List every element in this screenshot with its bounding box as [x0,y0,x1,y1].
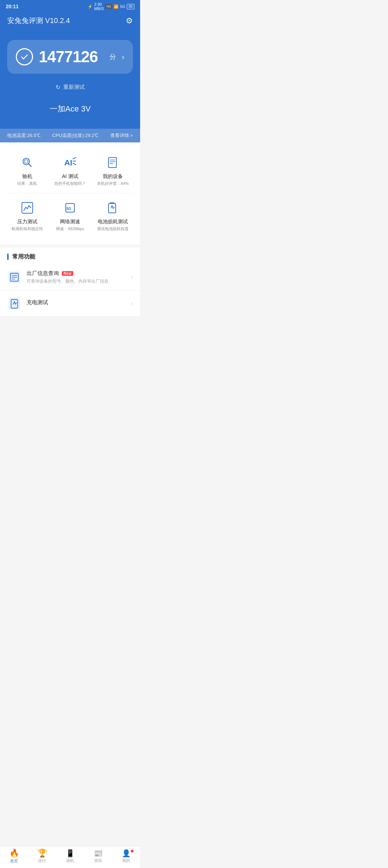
check-circle-icon [16,48,33,65]
device-name-label: 我的设备 [103,173,123,180]
svg-rect-14 [108,204,116,213]
status-bar: 20:11 ⚡ 2.90MB/S HD 📶 5G 89 [0,0,140,12]
network-icon: 5G [62,200,78,216]
device-sub: 本机好评度：84% [97,181,129,186]
charging-icon [7,296,22,311]
features-grid-2: 压力测试 检测耗电和稳定性 5G 网络测速 网速：482Mbps [6,195,134,237]
feature-verify[interactable]: 验机 结果：真机 [6,150,48,192]
factory-info-sub: 可查询设备的型号、颜色、内存等出厂信息 [27,278,126,284]
svg-line-6 [73,163,76,165]
list-item-factory[interactable]: 出厂信息查询 New 可查询设备的型号、颜色、内存等出厂信息 › [0,264,140,291]
list-item-charging[interactable]: 充电测试 › [0,291,140,317]
device-icon [105,155,121,170]
factory-info-content: 出厂信息查询 New 可查询设备的型号、颜色、内存等出厂信息 [27,270,126,284]
feature-battery[interactable]: 电池损耗测试 测试电池损耗程度 [92,195,134,237]
temp-detail-link[interactable]: 查看详情 > [110,132,133,139]
temp-bar: 电池温度:26.5℃ CPU温度(估算):29.2℃ 查看详情 > [0,129,140,142]
stress-sub: 检测耗电和稳定性 [11,226,43,231]
status-icons: ⚡ 2.90MB/S HD 📶 5G 89 [88,2,134,11]
device-name: 一加Ace 3V [50,104,91,114]
battery-icon: 89 [127,4,134,9]
ai-name: AI 测试 [62,173,78,180]
feature-divider [6,193,134,193]
stress-name: 压力测试 [17,219,37,225]
retest-label: 重新测试 [63,84,85,91]
network-name: 网络测速 [60,219,80,225]
svg-point-2 [24,160,28,163]
retest-button[interactable]: ↻ 重新测试 [50,82,91,93]
score-number: 1477126 [39,48,103,66]
battery-test-name: 电池损耗测试 [98,219,128,225]
settings-icon[interactable]: ⚙ [126,16,133,26]
verify-icon [19,155,35,170]
hd-badge: HD [105,4,112,9]
verify-name: 验机 [22,173,32,180]
svg-text:5G: 5G [66,207,71,211]
svg-line-4 [73,157,76,159]
retest-icon: ↻ [56,84,60,91]
section-indicator [7,253,9,260]
factory-info-label: 出厂信息查询 [27,270,59,277]
feature-network[interactable]: 5G 网络测速 网速：482Mbps [48,195,91,237]
charging-content: 充电测试 [27,299,126,307]
features-grid: 验机 结果：真机 AI AI 测试 您的手机智能吗？ [6,150,134,192]
section-header: 常用功能 [0,247,140,264]
ai-icon: AI [62,155,78,170]
verify-sub: 结果：真机 [17,181,37,186]
bluetooth-icon: ⚡ [88,4,93,9]
feature-stress[interactable]: 压力测试 检测耗电和稳定性 [6,195,48,237]
svg-rect-7 [108,157,116,168]
feature-device[interactable]: 我的设备 本机好评度：84% [92,150,134,192]
battery-test-icon [105,200,121,216]
score-chevron-icon: › [122,53,124,61]
new-badge: New [62,271,73,276]
svg-rect-15 [110,202,114,204]
hero-section: 1477126 分 › ↻ 重新测试 一加Ace 3V [0,29,140,129]
svg-text:AI: AI [64,158,72,167]
charging-chevron-icon: › [131,300,133,307]
charging-title: 充电测试 [27,299,126,306]
factory-chevron-icon: › [131,274,133,280]
cpu-temp: CPU温度(估算):29.2℃ [52,132,98,139]
battery-test-sub: 测试电池损耗程度 [97,226,129,231]
signal-icon: 5G [120,4,125,9]
factory-icon [7,270,22,284]
score-card[interactable]: 1477126 分 › [7,40,133,74]
app-title: 安兔兔评测 V10.2.4 [7,16,70,26]
feature-ai[interactable]: AI AI 测试 您的手机智能吗？ [48,150,91,192]
factory-info-title: 出厂信息查询 New [27,270,126,277]
app-header: 安兔兔评测 V10.2.4 ⚙ [0,12,140,29]
score-unit: 分 [110,52,116,61]
wifi-icon: 📶 [114,4,119,9]
ai-sub: 您的手机智能吗？ [54,181,86,186]
stress-icon [19,200,35,216]
network-sub: 网速：482Mbps [56,226,84,231]
features-section: 验机 结果：真机 AI AI 测试 您的手机智能吗？ [0,142,140,245]
charging-label: 充电测试 [27,299,48,306]
common-section: 常用功能 出厂信息查询 New 可查询设备的型号、颜色、内存等出厂信息 [0,247,140,317]
status-time: 20:11 [6,4,19,9]
speed-text: 2.90MB/S [94,2,104,11]
svg-line-1 [29,164,31,166]
battery-temp: 电池温度:26.5℃ [7,132,41,139]
section-title: 常用功能 [12,253,35,261]
